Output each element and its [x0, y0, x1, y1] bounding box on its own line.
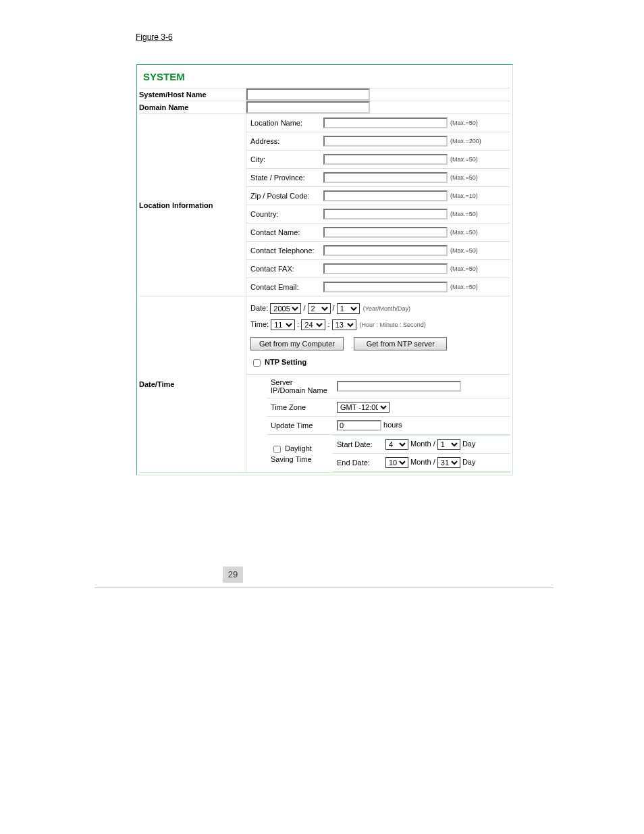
- update-time-label: Update Time: [267, 417, 333, 435]
- start-day-select[interactable]: 1: [437, 439, 460, 450]
- contact-name-label: Contact Name:: [246, 224, 319, 242]
- day-select[interactable]: 1: [337, 303, 360, 314]
- location-name-hint: (Max.=50): [450, 120, 478, 126]
- time-label: Time:: [250, 320, 269, 328]
- system-host-name-label: System/Host Name: [139, 88, 246, 101]
- country-label: Country:: [246, 205, 319, 224]
- system-panel: SYSTEM System/Host Name Domain Name Loca…: [136, 64, 513, 475]
- domain-name-input[interactable]: [246, 101, 370, 113]
- city-hint: (Max.=50): [450, 156, 478, 163]
- country-hint: (Max.=50): [450, 211, 478, 217]
- timezone-select[interactable]: GMT -12:00: [337, 402, 390, 413]
- city-label: City:: [246, 151, 319, 169]
- page-rule: [95, 588, 554, 588]
- address-input[interactable]: [323, 136, 448, 147]
- zip-input[interactable]: [323, 190, 448, 201]
- contact-tel-input[interactable]: [323, 245, 448, 256]
- second-select[interactable]: 13: [332, 319, 356, 330]
- contact-name-input[interactable]: [323, 227, 448, 238]
- contact-fax-label: Contact FAX:: [246, 260, 319, 278]
- address-hint: (Max.=200): [450, 138, 481, 145]
- start-month-select[interactable]: 4: [385, 439, 408, 450]
- contact-fax-input[interactable]: [323, 263, 448, 274]
- month-select[interactable]: 2: [308, 303, 331, 314]
- location-name-input[interactable]: [323, 118, 448, 128]
- panel-title: SYSTEM: [139, 67, 510, 88]
- domain-name-label: Domain Name: [139, 101, 246, 114]
- server-ip-label: Server IP/Domain Name: [267, 375, 333, 398]
- state-label: State / Province:: [246, 169, 319, 187]
- date-hint: (Year/Month/Day): [363, 305, 410, 312]
- end-month-select[interactable]: 10: [385, 457, 408, 468]
- end-day-select[interactable]: 31: [437, 457, 460, 468]
- location-info-label: Location Information: [139, 114, 246, 296]
- contact-email-hint: (Max.=50): [450, 284, 478, 290]
- start-date-label: Start Date:: [333, 436, 381, 454]
- get-from-ntp-button[interactable]: Get from NTP server: [354, 337, 447, 350]
- update-time-unit: hours: [383, 421, 402, 429]
- hour-select[interactable]: 11: [271, 319, 295, 330]
- contact-name-hint: (Max.=50): [450, 229, 478, 236]
- contact-fax-hint: (Max.=50): [450, 265, 478, 272]
- server-ip-input[interactable]: [337, 381, 461, 392]
- figure-label: Figure 3-6: [136, 32, 173, 42]
- date-time-label: Date/Time: [139, 296, 246, 473]
- dst-checkbox[interactable]: [273, 446, 281, 453]
- system-host-name-input[interactable]: [246, 88, 370, 101]
- main-table: System/Host Name Domain Name Location In…: [139, 88, 510, 473]
- get-from-computer-button[interactable]: Get from my Computer: [250, 337, 344, 350]
- update-time-input[interactable]: [337, 420, 381, 431]
- ntp-table: Server IP/Domain Name Time Zone GMT -12:…: [246, 374, 510, 472]
- contact-tel-label: Contact Telephone:: [246, 242, 319, 260]
- location-name-label: Location Name:: [246, 114, 319, 132]
- address-label: Address:: [246, 132, 319, 151]
- country-input[interactable]: [323, 209, 448, 219]
- location-table: Location Name:(Max.=50) Address:(Max.=20…: [246, 114, 510, 296]
- minute-select[interactable]: 24: [301, 319, 325, 330]
- contact-tel-hint: (Max.=50): [450, 247, 478, 254]
- time-hint: (Hour : Minute : Second): [360, 321, 426, 328]
- date-label: Date:: [250, 304, 268, 312]
- page-number: 29: [223, 567, 243, 583]
- state-input[interactable]: [323, 172, 448, 183]
- contact-email-input[interactable]: [323, 282, 448, 292]
- city-input[interactable]: [323, 154, 448, 165]
- zip-hint: (Max.=10): [450, 192, 478, 199]
- ntp-setting-label: NTP Setting: [265, 358, 306, 366]
- zip-label: Zip / Postal Code:: [246, 187, 319, 205]
- state-hint: (Max.=50): [450, 174, 478, 181]
- contact-email-label: Contact Email:: [246, 278, 319, 296]
- timezone-label: Time Zone: [267, 398, 333, 417]
- year-select[interactable]: 2005: [270, 303, 301, 314]
- end-date-label: End Date:: [333, 454, 381, 472]
- ntp-setting-checkbox[interactable]: [253, 359, 261, 367]
